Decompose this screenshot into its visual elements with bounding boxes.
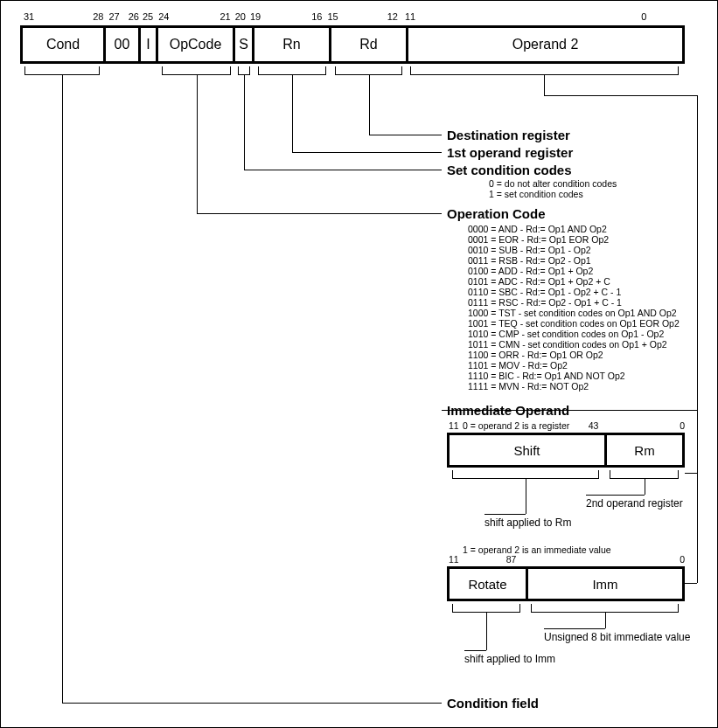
bracket-opcode bbox=[162, 66, 231, 75]
bracket-imm bbox=[531, 604, 679, 613]
line-rotate-v bbox=[486, 613, 487, 650]
bit-20: 20 bbox=[235, 11, 246, 22]
bracket-op2 bbox=[410, 66, 679, 75]
line-rotate-h bbox=[464, 650, 486, 651]
bit-21: 21 bbox=[220, 11, 231, 22]
rot-box: Rotate Imm bbox=[447, 566, 685, 601]
line-op2-h1 bbox=[544, 95, 697, 96]
bit-24: 24 bbox=[158, 11, 169, 22]
line-op2-v3 bbox=[697, 410, 698, 583]
bit-15: 15 bbox=[328, 11, 338, 22]
main-bitfield: Cond 00 I OpCode S Rn Rd Operand 2 bbox=[20, 25, 685, 64]
heading-dest: Destination register bbox=[447, 128, 570, 142]
bit-0: 0 bbox=[415, 11, 646, 22]
main-bit-labels: 31 28 27 26 25 24 21 20 19 16 15 12 11 0 bbox=[20, 11, 685, 22]
bracket-rotate bbox=[452, 604, 520, 613]
label-rotate: shift applied to Imm bbox=[464, 653, 555, 665]
line-imm-h bbox=[544, 628, 605, 629]
instruction-format-diagram: 31 28 27 26 25 24 21 20 19 16 15 12 11 0… bbox=[0, 0, 718, 728]
line-op2-h4 bbox=[685, 473, 697, 474]
bit-31: 31 bbox=[24, 11, 34, 22]
heading-opcode: Operation Code bbox=[447, 206, 546, 221]
label-imm: Unsigned 8 bit immediate value bbox=[544, 631, 690, 643]
line-s-h bbox=[244, 170, 442, 170]
bit-19: 19 bbox=[250, 11, 261, 22]
line-rm-v bbox=[645, 479, 645, 495]
field-s: S bbox=[235, 28, 254, 61]
line-shift-v bbox=[526, 479, 526, 514]
line-opc-v bbox=[197, 75, 198, 213]
bracket-s bbox=[238, 66, 250, 75]
line-op2-v1 bbox=[544, 75, 545, 95]
bit-27: 27 bbox=[109, 11, 120, 22]
bracket-rn bbox=[258, 66, 326, 75]
heading-setcc: Set condition codes bbox=[447, 163, 572, 177]
shift-bits: 11 4 3 0 bbox=[449, 420, 685, 431]
field-i: I bbox=[141, 28, 158, 61]
label-rm: 2nd operand register bbox=[586, 497, 683, 510]
field-zeros: 00 bbox=[106, 28, 141, 61]
line-opc-h bbox=[197, 213, 442, 214]
line-op2-h3 bbox=[685, 583, 697, 584]
bit-16: 16 bbox=[311, 11, 322, 22]
line-cond-v bbox=[62, 75, 63, 703]
field-imm: Imm bbox=[528, 569, 682, 599]
bit-11: 11 bbox=[405, 11, 415, 22]
text-opcode: 0000 = AND - Rd:= Op1 AND Op2 0001 = EOR… bbox=[468, 224, 680, 392]
field-rd: Rd bbox=[331, 28, 408, 61]
field-rn: Rn bbox=[254, 28, 331, 61]
bracket-rm bbox=[610, 470, 679, 479]
bit-28: 28 bbox=[93, 11, 103, 22]
bit-12: 12 bbox=[387, 11, 398, 22]
line-imm-v bbox=[605, 613, 606, 628]
line-rd-h bbox=[369, 135, 442, 135]
field-rm: Rm bbox=[607, 435, 682, 465]
bit-25: 25 bbox=[143, 11, 153, 22]
line-cond-h bbox=[62, 703, 442, 704]
bit-26: 26 bbox=[129, 11, 139, 22]
line-rn-h bbox=[292, 152, 442, 153]
rot-bits: 11 8 7 0 bbox=[449, 554, 685, 565]
line-shift-h bbox=[484, 514, 526, 515]
line-rd-v bbox=[369, 75, 370, 135]
bracket-cond bbox=[24, 66, 100, 75]
line-op2-v2 bbox=[697, 95, 698, 410]
heading-immop: Immediate Operand bbox=[447, 403, 569, 418]
line-rn-v bbox=[292, 75, 293, 152]
line-rm-h bbox=[586, 495, 645, 496]
field-opcode: OpCode bbox=[158, 28, 235, 61]
shift-box: Shift Rm bbox=[447, 433, 685, 468]
heading-condfield: Condition field bbox=[447, 696, 539, 711]
text-setcc: 0 = do not alter condition codes 1 = set… bbox=[489, 178, 617, 199]
line-s-v bbox=[244, 75, 245, 170]
bracket-rd bbox=[335, 66, 402, 75]
heading-first: 1st operand register bbox=[447, 145, 573, 160]
field-rotate: Rotate bbox=[450, 569, 528, 599]
field-cond: Cond bbox=[23, 28, 106, 61]
field-op2: Operand 2 bbox=[408, 28, 682, 61]
field-shift: Shift bbox=[450, 435, 607, 465]
bracket-shift bbox=[452, 470, 599, 479]
label-shift: shift applied to Rm bbox=[484, 517, 571, 529]
